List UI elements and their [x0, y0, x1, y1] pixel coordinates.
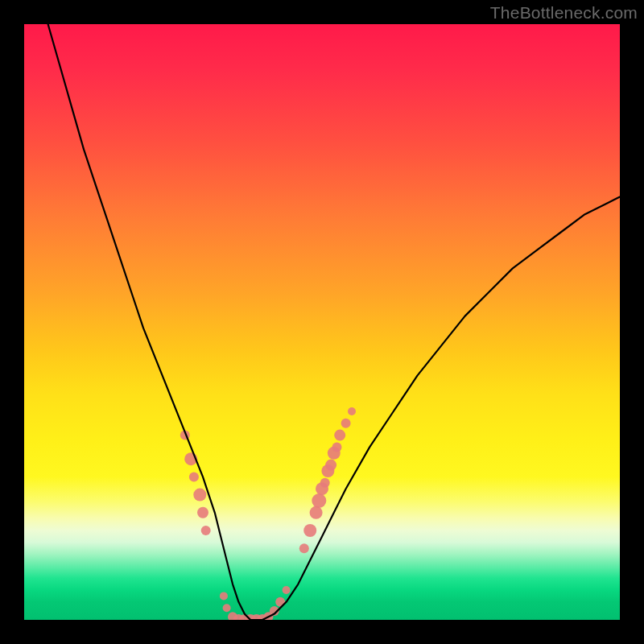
- chart-svg: [24, 24, 620, 620]
- scatter-point: [341, 419, 351, 428]
- scatter-point: [312, 493, 326, 508]
- scatter-point: [283, 586, 291, 594]
- bottleneck-curve-path: [48, 24, 620, 620]
- scatter-point: [220, 592, 228, 600]
- chart-frame: TheBottleneck.com: [0, 0, 644, 644]
- scatter-point: [223, 604, 231, 612]
- scatter-point: [320, 478, 330, 488]
- scatter-points-group: [180, 407, 356, 620]
- scatter-point: [303, 524, 316, 537]
- plot-area: [24, 24, 620, 620]
- scatter-point: [189, 472, 199, 481]
- scatter-point: [310, 506, 323, 519]
- scatter-point: [325, 460, 336, 471]
- scatter-point: [348, 407, 356, 415]
- scatter-point: [334, 430, 345, 441]
- scatter-point: [299, 543, 309, 553]
- scatter-point: [193, 489, 206, 502]
- watermark-text: TheBottleneck.com: [490, 3, 638, 23]
- scatter-point: [197, 507, 208, 518]
- scatter-point: [332, 442, 342, 452]
- scatter-point: [201, 526, 211, 535]
